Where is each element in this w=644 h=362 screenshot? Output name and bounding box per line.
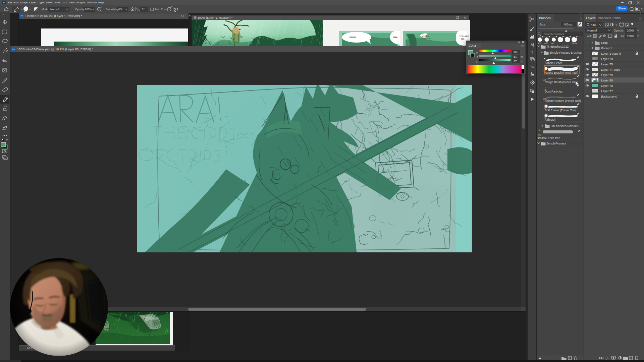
svg-text:47: 47 xyxy=(514,60,517,63)
svg-text:Layer 1 copy 8: Layer 1 copy 8 xyxy=(601,52,621,55)
svg-text:...WHAT IS: ...WHAT IS xyxy=(420,35,429,37)
svg-text:60: 60 xyxy=(551,42,554,45)
svg-text:Layers: Layers xyxy=(586,16,596,20)
svg-text:Dust Particles: Dust Particles xyxy=(545,90,562,93)
svg-text:%: % xyxy=(521,60,523,63)
svg-text:Layer 77 copy: Layer 77 copy xyxy=(601,68,620,71)
svg-text:Soft Eraser (Eraser Tool): Soft Eraser (Eraser Tool) xyxy=(545,109,577,112)
svg-text:Group 1: Group 1 xyxy=(601,47,612,50)
svg-text:H: H xyxy=(476,51,478,54)
svg-text:Normal: Normal xyxy=(587,29,597,32)
svg-text:GOING ON: GOING ON xyxy=(421,38,430,40)
svg-text:100%: 100% xyxy=(627,35,634,38)
svg-text:Rough Brush (Pencil Tool): Rough Brush (Pencil Tool) xyxy=(545,80,578,84)
svg-text:Airbrush: Airbrush xyxy=(545,118,555,121)
svg-text:100%: 100% xyxy=(627,29,634,32)
svg-text:Simple Pencil: Simple Pencil xyxy=(545,61,562,65)
svg-text:160: 160 xyxy=(514,50,518,54)
svg-text:Layer 28: Layer 28 xyxy=(601,57,613,61)
svg-text:Tim-brushes-Nov2019: Tim-brushes-Nov2019 xyxy=(550,124,579,128)
svg-text:T: T xyxy=(615,23,617,27)
svg-text:fx: fx xyxy=(606,357,609,360)
svg-text:Splatter texture (Pencil Tool): Splatter texture (Pencil Tool) xyxy=(545,99,581,103)
svg-text:ARA.: ARA. xyxy=(393,36,398,39)
svg-text:400 px: 400 px xyxy=(564,23,573,26)
svg-text:Layer 79: Layer 79 xyxy=(601,73,613,77)
svg-text:Layer 78: Layer 78 xyxy=(601,84,613,87)
svg-text:Kind: Kind xyxy=(591,23,596,26)
svg-text:Color: Color xyxy=(469,44,476,47)
svg-text:SimpleProcess: SimpleProcess xyxy=(546,142,566,145)
svg-text:°: ° xyxy=(521,51,522,54)
svg-text:OK.: OK. xyxy=(461,38,465,40)
svg-text:400: 400 xyxy=(538,42,541,45)
svg-text:Layer 80: Layer 80 xyxy=(601,79,613,82)
svg-text:Size:: Size: xyxy=(539,23,546,26)
svg-text:Channels: Channels xyxy=(598,16,611,20)
svg-text:Background: Background xyxy=(601,95,618,98)
svg-text:Round Brush (Pencil Tool): Round Brush (Pencil Tool) xyxy=(545,71,578,74)
svg-text:400: 400 xyxy=(544,42,548,45)
svg-text:Simple Process Brushes: Simple Process Brushes xyxy=(549,51,582,54)
svg-text:¶: ¶ xyxy=(531,50,533,54)
svg-text:»: » xyxy=(3,13,4,16)
svg-text:S: S xyxy=(476,56,478,59)
svg-text:Layer 75: Layer 75 xyxy=(601,63,613,66)
svg-text:Opacity:: Opacity: xyxy=(614,29,624,32)
svg-text:Paths: Paths xyxy=(612,16,621,20)
svg-text:Lock:: Lock: xyxy=(586,35,592,38)
svg-text:Search Brushes: Search Brushes xyxy=(544,33,564,36)
svg-text:Layer 77: Layer 77 xyxy=(601,89,613,93)
svg-text:53: 53 xyxy=(514,55,517,58)
svg-text:A|: A| xyxy=(531,43,534,47)
svg-text:B: B xyxy=(476,60,478,64)
svg-text:SENN...: SENN... xyxy=(349,36,358,39)
svg-text:YOU ARE: YOU ARE xyxy=(459,35,469,38)
svg-text:Crop: Crop xyxy=(601,41,608,45)
svg-text:%: % xyxy=(521,55,523,58)
svg-text:TimBrushes2022: TimBrushes2022 xyxy=(546,45,569,48)
svg-text:ºA: ºA xyxy=(531,65,534,69)
svg-text:1: 1 xyxy=(539,129,540,131)
svg-text:15: 15 xyxy=(538,134,541,136)
svg-text:Pallete Knife Pen: Pallete Knife Pen xyxy=(538,136,560,140)
svg-text:Brushes: Brushes xyxy=(539,16,551,20)
svg-text:Fill:: Fill: xyxy=(621,35,625,38)
svg-text:1448: 1448 xyxy=(572,42,577,45)
svg-text:⇆: ⇆ xyxy=(518,41,520,43)
